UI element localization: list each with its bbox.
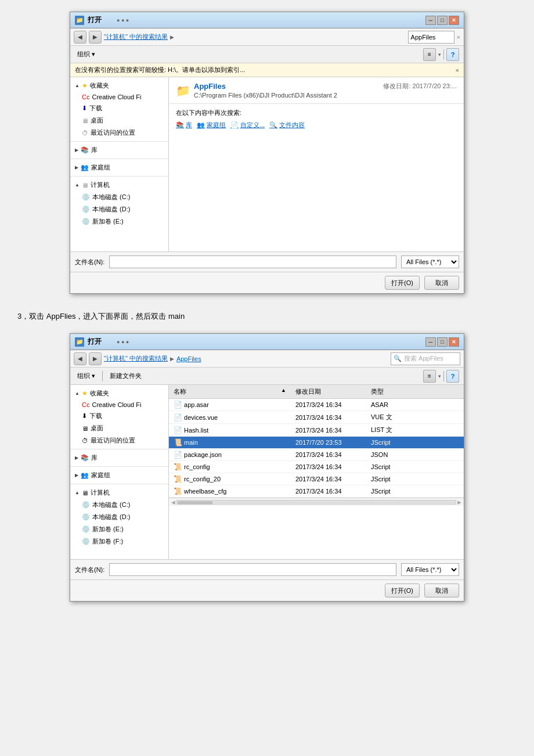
location-close[interactable]: × bbox=[457, 34, 460, 41]
lib-option-label: 库 bbox=[186, 121, 192, 129]
lib-collapse-icon: ▶ bbox=[75, 147, 78, 153]
table-row[interactable]: 📄 app.asar 2017/3/24 16:34 ASAR bbox=[169, 399, 464, 411]
recent-label-2: 最近访问的位置 bbox=[91, 436, 135, 445]
file-date: 2017/3/24 16:34 bbox=[295, 463, 342, 470]
dialog-2: 📁 打开 ● ● ● ─ □ ✕ ◀ ▶ "计算机" 中的搜索结果 ▶ AppF… bbox=[70, 333, 464, 602]
dialog-title-2: 打开 bbox=[88, 337, 102, 347]
maximize-button[interactable]: □ bbox=[437, 16, 448, 25]
scroll-track[interactable] bbox=[176, 500, 456, 505]
sidebar-section-homegroup[interactable]: ▶ 👥 家庭组 bbox=[70, 161, 168, 174]
sidebar-section-computer[interactable]: ▲ 🖥 计算机 bbox=[70, 179, 168, 191]
file-date: 2017/3/24 16:34 bbox=[295, 427, 342, 434]
col-name-header[interactable]: 名称 ▲ bbox=[169, 385, 291, 399]
h-scrollbar[interactable]: ◀ ▶ bbox=[169, 498, 464, 506]
sidebar-item-creative-cloud[interactable]: Cc Creative Cloud Fi bbox=[70, 92, 168, 102]
sidebar-section-computer-2[interactable]: ▲ 🖥 计算机 bbox=[70, 487, 168, 499]
filename-input-2[interactable] bbox=[109, 563, 396, 576]
info-message[interactable]: 在没有索引的位置搜索可能较慢: H:\。请单击以添加到索引... bbox=[75, 66, 245, 74]
title-bar-left-2: 📁 打开 ● ● ● bbox=[75, 337, 129, 347]
sidebar-item-drive-d-2[interactable]: 💿 本地磁盘 (D:) bbox=[70, 511, 168, 523]
col-date-header[interactable]: 修改日期 bbox=[291, 385, 366, 399]
maximize-button-2[interactable]: □ bbox=[437, 337, 448, 347]
sidebar-item-download[interactable]: ⬇ 下载 bbox=[70, 102, 168, 114]
path-computer[interactable]: "计算机" 中的搜索结果 bbox=[104, 33, 168, 41]
col-date-label: 修改日期 bbox=[295, 388, 321, 395]
sidebar-item-drive-d[interactable]: 💿 本地磁盘 (D:) bbox=[70, 203, 168, 215]
sidebar-item-drive-f-2[interactable]: 💿 新加卷 (F:) bbox=[70, 535, 168, 548]
sidebar-2: ▲ ★ 收藏夹 Cc Creative Cloud Fi ⬇ 下载 🖥 桌面 ⏱… bbox=[70, 385, 169, 559]
info-bar: 在没有索引的位置搜索可能较慢: H:\。请单击以添加到索引... × bbox=[70, 63, 464, 77]
sidebar-section-homegroup-2[interactable]: ▶ 👥 家庭组 bbox=[70, 469, 168, 481]
forward-button[interactable]: ▶ bbox=[89, 31, 102, 44]
sidebar-item-drive-e[interactable]: 💿 新加卷 (E:) bbox=[70, 215, 168, 228]
sidebar-item-desktop[interactable]: 🖥 桌面 bbox=[70, 114, 168, 127]
col-type-header[interactable]: 类型 bbox=[366, 385, 464, 399]
sidebar-item-drive-c-2[interactable]: 💿 本地磁盘 (C:) bbox=[70, 499, 168, 511]
sidebar-item-recent-2[interactable]: ⏱ 最近访问的位置 bbox=[70, 434, 168, 447]
filename-input[interactable] bbox=[109, 255, 396, 268]
sidebar-divider-1 bbox=[70, 141, 168, 142]
window-icon-2: 📁 bbox=[75, 337, 84, 347]
file-type-cell: ASAR bbox=[366, 399, 464, 411]
scroll-thumb[interactable] bbox=[178, 501, 212, 505]
sidebar-item-drive-e-2[interactable]: 💿 新加卷 (E:) bbox=[70, 523, 168, 535]
path-appfiles[interactable]: AppFiles bbox=[176, 355, 201, 362]
drive-c-icon-2: 💿 bbox=[82, 501, 90, 509]
sidebar-item-download-2[interactable]: ⬇ 下载 bbox=[70, 410, 168, 422]
sidebar-item-drive-c[interactable]: 💿 本地磁盘 (C:) bbox=[70, 191, 168, 203]
open-button-2[interactable]: 打开(O) bbox=[385, 584, 420, 597]
back-button[interactable]: ◀ bbox=[74, 31, 86, 44]
table-row[interactable]: 📜 rc_config 2017/3/24 16:34 JScript bbox=[169, 461, 464, 473]
table-row[interactable]: 📜 wheelbase_cfg 2017/3/24 16:34 JScript bbox=[169, 485, 464, 498]
view-button-2[interactable]: ≡ bbox=[423, 370, 436, 383]
cancel-button[interactable]: 取消 bbox=[424, 276, 459, 290]
table-row[interactable]: 📜 rc_config_20 2017/3/24 16:34 JScript bbox=[169, 473, 464, 485]
help-button[interactable]: ? bbox=[446, 48, 459, 61]
forward-button-2[interactable]: ▶ bbox=[89, 352, 102, 365]
search-box-2[interactable]: 🔍 搜索 AppFiles bbox=[391, 352, 460, 365]
open-button[interactable]: 打开(O) bbox=[385, 276, 420, 290]
minimize-button-2[interactable]: ─ bbox=[425, 337, 436, 347]
close-button[interactable]: ✕ bbox=[449, 16, 459, 25]
search-option-content[interactable]: 🔍 文件内容 bbox=[269, 121, 305, 129]
close-button-2[interactable]: ✕ bbox=[449, 337, 459, 347]
toolbar-sep-3 bbox=[443, 371, 444, 381]
table-row[interactable]: 📄 package.json 2017/3/24 16:34 JSON bbox=[169, 449, 464, 461]
search-option-homegroup[interactable]: 👥 家庭组 bbox=[197, 121, 226, 129]
cancel-button-2[interactable]: 取消 bbox=[424, 584, 459, 597]
sidebar-section-library-2[interactable]: ▶ 📚 库 bbox=[70, 452, 168, 464]
search-icon-2: 🔍 bbox=[394, 355, 402, 362]
sidebar-section-library[interactable]: ▶ 📚 库 bbox=[70, 144, 168, 156]
path-computer-2[interactable]: "计算机" 中的搜索结果 bbox=[104, 354, 168, 363]
table-row[interactable]: 📄 Hash.list 2017/3/24 16:34 LIST 文 bbox=[169, 424, 464, 437]
organize-button-2[interactable]: 组织 ▾ bbox=[75, 370, 98, 381]
filetype-select-2[interactable]: All Files (*.*) bbox=[401, 563, 459, 576]
library-label: 库 bbox=[91, 146, 98, 154]
view-button[interactable]: ≡ bbox=[423, 48, 436, 61]
desktop-label-2: 桌面 bbox=[91, 424, 103, 433]
sidebar-item-desktop-2[interactable]: 🖥 桌面 bbox=[70, 422, 168, 434]
organize-button[interactable]: 组织 ▾ bbox=[75, 49, 98, 60]
back-button-2[interactable]: ◀ bbox=[74, 352, 86, 365]
address-bar-1: ◀ ▶ "计算机" 中的搜索结果 ▶ AppFiles × bbox=[70, 28, 464, 46]
search-result-appfiles[interactable]: 修改日期: 2017/7/20 23:... 📁 AppFiles C:\Pro… bbox=[169, 77, 464, 104]
minimize-button[interactable]: ─ bbox=[425, 16, 436, 25]
table-row[interactable]: 📜 main 2017/7/20 23:53 JScript bbox=[169, 437, 464, 449]
library-label-2: 库 bbox=[91, 453, 98, 462]
library-icon-2: 📚 bbox=[81, 454, 89, 462]
filetype-select[interactable]: All Files (*.*) bbox=[401, 255, 459, 268]
search-option-custom[interactable]: 📄 自定义... bbox=[230, 121, 265, 129]
help-button-2[interactable]: ? bbox=[446, 370, 459, 383]
forward-icon: ▶ bbox=[93, 34, 98, 40]
table-row[interactable]: 📄 devices.vue 2017/3/24 16:34 VUE 文 bbox=[169, 411, 464, 424]
comp-collapse-icon: ▲ bbox=[75, 182, 80, 188]
file-name: app.asar bbox=[184, 401, 209, 408]
new-folder-button[interactable]: 新建文件夹 bbox=[107, 370, 144, 381]
location-box[interactable]: AppFiles bbox=[408, 31, 454, 44]
info-close-button[interactable]: × bbox=[456, 67, 459, 74]
sidebar-item-creative-cloud-2[interactable]: Cc Creative Cloud Fi bbox=[70, 399, 168, 410]
sidebar-item-recent[interactable]: ⏱ 最近访问的位置 bbox=[70, 127, 168, 139]
file-date-cell: 2017/3/24 16:34 bbox=[291, 461, 366, 473]
search-option-library[interactable]: 📚 库 bbox=[176, 121, 192, 129]
download-label-2: 下载 bbox=[89, 412, 102, 420]
